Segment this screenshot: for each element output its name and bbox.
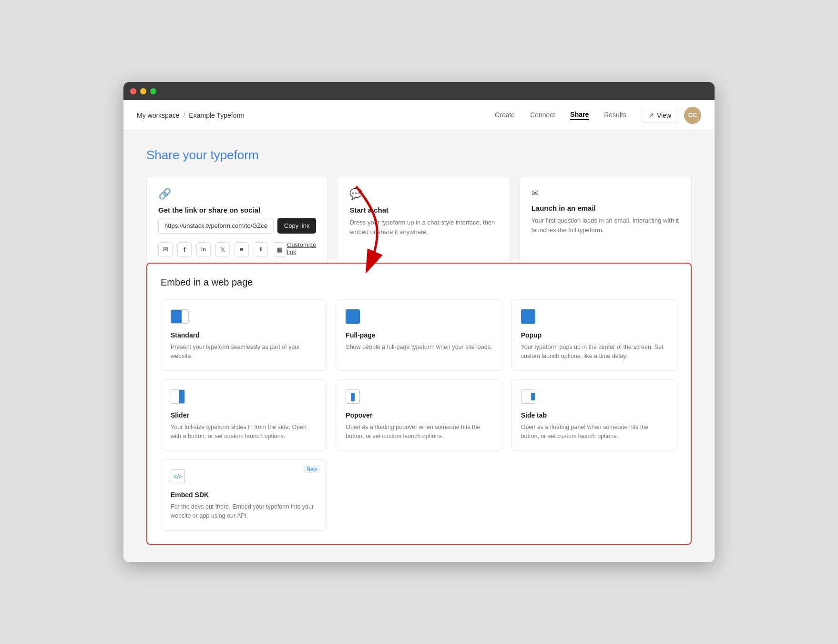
- slider-card-desc: Your full-size typeform slides in from t…: [171, 423, 317, 441]
- fullpage-card-title: Full-page: [346, 331, 492, 339]
- link-icon: 🔗: [158, 188, 316, 200]
- navbar: My workspace / Example Typeform Create C…: [123, 100, 715, 131]
- external-link-icon: ↗: [649, 112, 654, 119]
- social-icons: ✉ f in 𝕏 ≡ ⬆ ▦: [158, 242, 287, 256]
- tab-create[interactable]: Create: [495, 111, 515, 120]
- slider-card-title: Slider: [171, 411, 317, 419]
- email-icon: ✉: [531, 188, 680, 198]
- fullscreen-button[interactable]: [150, 88, 156, 94]
- form-name: Example Typeform: [189, 112, 244, 119]
- popup-card-desc: Your typeform pops up in the center of t…: [521, 343, 667, 361]
- chat-icon: 💬: [349, 188, 498, 200]
- embed-card-sidetab[interactable]: Side tab Open as a floating panel when s…: [511, 379, 677, 451]
- close-button[interactable]: [130, 88, 136, 94]
- embed-section: Embed in a web page Standard Present you…: [146, 263, 692, 545]
- facebook-icon[interactable]: f: [177, 242, 192, 256]
- top-cards-row: 🔗 Get the link or share on social Copy l…: [146, 176, 692, 268]
- sidetab-icon: [521, 389, 540, 405]
- linkedin-icon[interactable]: in: [196, 242, 211, 256]
- nav-links: Create Connect Share Results: [495, 111, 626, 120]
- embed-section-title: Embed in a web page: [161, 277, 677, 288]
- embed-card-sdk[interactable]: New </> Embed SDK For the devs out there…: [161, 459, 327, 531]
- embed-card-slider[interactable]: Slider Your full-size typeform slides in…: [161, 379, 327, 451]
- tab-share[interactable]: Share: [570, 111, 589, 120]
- popover-icon: [346, 389, 365, 405]
- minimize-button[interactable]: [140, 88, 146, 94]
- sdk-card-desc: For the devs out there. Embed your typef…: [171, 502, 317, 521]
- view-button[interactable]: ↗ View: [642, 108, 678, 123]
- chat-card-title: Start a chat: [349, 206, 498, 214]
- embed-grid: Standard Present your typeform seamlessl…: [161, 299, 677, 531]
- titlebar: [123, 82, 715, 100]
- new-badge: New: [303, 465, 321, 473]
- standard-card-desc: Present your typeform seamlessly as part…: [171, 343, 317, 361]
- avatar[interactable]: CC: [684, 107, 701, 124]
- popover-card-title: Popover: [346, 411, 492, 419]
- embed-card-standard[interactable]: Standard Present your typeform seamlessl…: [161, 299, 327, 371]
- embed-card-popover[interactable]: Popover Open as a floating popover when …: [336, 379, 502, 451]
- embed-card-popup[interactable]: Popup Your typeform pops up in the cente…: [511, 299, 677, 371]
- email-card-desc: Your first question loads in an email. I…: [531, 216, 680, 235]
- page-title: Share your typeform: [146, 148, 692, 163]
- popup-icon: [521, 309, 540, 325]
- email-card[interactable]: ✉ Launch in an email Your first question…: [520, 176, 692, 268]
- chat-card[interactable]: 💬 Start a chat Dress your typeform up in…: [337, 176, 510, 268]
- chat-card-desc: Dress your typeform up in a chat-style i…: [349, 218, 498, 236]
- tab-connect[interactable]: Connect: [530, 111, 555, 120]
- producthunt-icon[interactable]: ⬆: [254, 242, 268, 256]
- slider-icon: [171, 389, 190, 405]
- qr-icon[interactable]: ▦: [273, 242, 287, 256]
- sdk-card-title: Embed SDK: [171, 491, 317, 499]
- fullpage-card-desc: Show people a full-page typeform when yo…: [346, 343, 492, 352]
- sdk-icon: </>: [171, 469, 190, 484]
- sidetab-card-desc: Open as a floating panel when someone hi…: [521, 423, 667, 441]
- link-row: Copy link: [158, 218, 316, 234]
- breadcrumb: My workspace / Example Typeform: [137, 112, 245, 119]
- customize-link[interactable]: Customize link: [287, 241, 316, 256]
- workspace-link[interactable]: My workspace: [137, 112, 179, 119]
- standard-card-title: Standard: [171, 331, 317, 339]
- main-content: Share your typeform 🔗 Get the link or sh…: [123, 131, 715, 562]
- app-window: My workspace / Example Typeform Create C…: [123, 82, 715, 562]
- embed-card-fullpage[interactable]: Full-page Show people a full-page typefo…: [336, 299, 502, 371]
- breadcrumb-separator: /: [183, 112, 185, 119]
- sidetab-card-title: Side tab: [521, 411, 667, 419]
- popover-card-desc: Open as a floating popover when someone …: [346, 423, 492, 441]
- standard-icon: [171, 309, 190, 325]
- link-input[interactable]: [158, 218, 274, 234]
- twitter-icon[interactable]: 𝕏: [215, 242, 230, 256]
- tab-results[interactable]: Results: [604, 111, 626, 120]
- email-social-icon[interactable]: ✉: [158, 242, 173, 256]
- popup-card-title: Popup: [521, 331, 667, 339]
- fullpage-icon: [346, 309, 365, 325]
- buffer-icon[interactable]: ≡: [235, 242, 249, 256]
- link-card-heading: Get the link or share on social: [158, 206, 316, 214]
- email-card-title: Launch in an email: [531, 204, 680, 212]
- copy-link-button[interactable]: Copy link: [277, 218, 316, 234]
- link-share-card: 🔗 Get the link or share on social Copy l…: [146, 176, 328, 268]
